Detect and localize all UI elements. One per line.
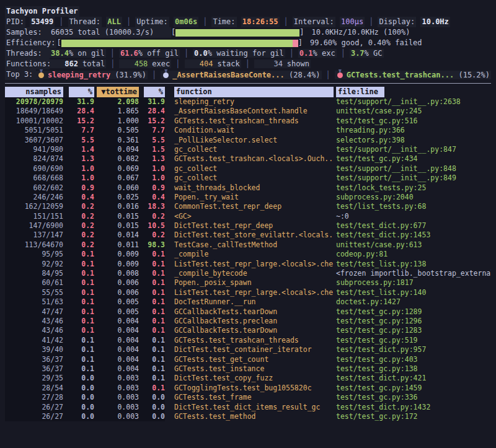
cell-pct-direct: 0.0 [63, 412, 94, 421]
cell-pct-cum: 0.1 [139, 250, 165, 259]
cell-nsamples: 55/55 [5, 288, 63, 297]
cell-file-line: test/test_gc.py:403 [334, 355, 491, 364]
cell-function: TestCase._callTestMethod [165, 240, 334, 250]
table-row[interactable]: 246/2460.40.0250.4Popen._try_waitsubproc… [5, 193, 491, 202]
column-header-tottime-sorted[interactable]: ▼tottime [94, 87, 139, 97]
table-row[interactable]: 824/8741.30.0821.3GCTests.test_trashcan.… [5, 154, 491, 164]
table-row[interactable]: 84/950.10.0080.1_compile_bytecode<frozen… [5, 269, 491, 278]
cell-function: sleeping_retry [165, 97, 334, 107]
table-row[interactable]: 36/370.10.0040.1GCTests.test_get_countte… [5, 355, 491, 364]
thread-stat-value: 3.7 [351, 49, 365, 58]
cell-pct-cum: 10.5 [139, 221, 165, 231]
divider [122, 17, 135, 27]
table-row[interactable]: 18649/1864928.41.86528.4_AssertRaisesBas… [5, 107, 491, 116]
table-row[interactable]: 60/610.10.0060.1Popen._posix_spawnsubpro… [5, 278, 491, 288]
cell-tottime: 0.069 [94, 164, 139, 173]
table-row[interactable]: 690/6901.00.0691.0gc_collecttest/support… [5, 164, 491, 173]
cell-nsamples: 92/92 [5, 260, 63, 269]
table-row[interactable]: 43/460.10.0040.1GCCallbackTests.preclean… [5, 317, 491, 326]
cell-pct-cum: 0.2 [139, 231, 165, 240]
cell-tottime: 0.004 [94, 336, 139, 345]
cell-pct-cum: 28.4 [139, 107, 165, 116]
table-row[interactable]: 20978/2097931.92.09831.9sleeping_retryte… [5, 97, 491, 107]
cell-nsamples: 137/147 [5, 231, 63, 240]
table-row[interactable]: 29/350.00.0030.1DictTest.test_copy_fuzzt… [5, 374, 491, 383]
column-header-pct-direct[interactable]: % [63, 87, 94, 97]
cell-pct-cum: 0.1 [139, 307, 165, 317]
table-row[interactable]: 41/420.10.0040.1GCTests.test_trashcan_th… [5, 336, 491, 345]
column-header-function[interactable]: function [165, 87, 334, 97]
table-row[interactable]: 26/270.00.0030.0DictTest.test_dict_items… [5, 403, 491, 412]
top3-item[interactable]: _AssertRaisesBaseConte... (28.4%) [161, 71, 321, 79]
column-header-nsamples[interactable]: nsamples [5, 87, 63, 97]
cell-pct-direct: 0.1 [63, 336, 94, 345]
cell-file-line: unittest/case.py:613 [334, 240, 491, 250]
cell-pct-direct: 0.1 [63, 250, 94, 259]
cell-pct-cum: 0.0 [139, 403, 165, 412]
cell-tottime: 0.005 [94, 307, 139, 317]
table-row[interactable]: 39/400.10.0040.1DictTest.test_container_… [5, 345, 491, 354]
cell-pct-cum: 1.3 [139, 154, 165, 164]
cell-pct-direct: 0.1 [63, 326, 94, 335]
cell-pct-cum: 0.0 [139, 412, 165, 421]
cell-file-line: test/test_gc.py:138 [334, 364, 491, 374]
top3-item[interactable]: GCTests.test_trashcan... (15.2%) [335, 71, 491, 79]
table-row[interactable]: 3607/36075.50.3615.5_PollLikeSelector.se… [5, 136, 491, 145]
top3-item[interactable]: sleeping_retry (31.9%) [36, 71, 148, 79]
cell-file-line: test/test_list.py:140 [334, 288, 491, 297]
display-label: Display: [378, 17, 416, 27]
thread-value[interactable]: ALL [106, 17, 122, 27]
cell-nsamples: 113/64670 [5, 240, 63, 250]
column-header-file-line[interactable]: file:line [334, 87, 491, 97]
cell-function: GCCallbackTests.preclean [165, 317, 334, 326]
table-row[interactable]: 27/280.00.0030.0GCTests.test_frametest/t… [5, 393, 491, 402]
cell-tottime: 0.004 [94, 317, 139, 326]
cell-pct-cum: 0.1 [139, 288, 165, 297]
cell-pct-direct: 0.0 [63, 384, 94, 393]
table-row[interactable]: 43/460.10.0040.1GCCallbackTests.tearDown… [5, 326, 491, 335]
table-row[interactable]: 602/6020.90.0600.9wait_threads_blockedte… [5, 183, 491, 193]
table-row[interactable]: 92/920.10.0090.1ListTest.test_repr_large… [5, 260, 491, 269]
cell-file-line: test/test_list.py:138 [334, 260, 491, 269]
table-row[interactable]: 26/270.00.0030.0GCTests.test_methodtest/… [5, 412, 491, 421]
table-row[interactable]: 10001/1000215.21.00015.2GCTests.test_tra… [5, 116, 491, 126]
thread-stat-unit: % off gil [138, 49, 179, 58]
column-header-pct-cum[interactable]: % [139, 87, 165, 97]
divider [280, 17, 293, 27]
divider [241, 59, 254, 68]
table-row[interactable]: 51/630.10.0050.1DocTestRunner.__rundocte… [5, 297, 491, 307]
header-separator [5, 83, 491, 84]
cell-pct-cum: 1.0 [139, 164, 165, 173]
cell-pct-cum: 0.9 [139, 183, 165, 193]
table-row[interactable]: 941/9801.40.0941.5gc_collecttest/support… [5, 145, 491, 154]
table-row[interactable]: 47/470.10.0050.1GCCallbackTests.tearDown… [5, 307, 491, 317]
table-row[interactable]: 28/540.00.0030.1GCTogglingTests.test_bug… [5, 384, 491, 393]
table-row[interactable]: 137/1470.20.0140.2DictTest.test_store_ev… [5, 231, 491, 240]
table-row[interactable]: 36/370.10.0040.1GCTests.test_instancetes… [5, 364, 491, 374]
cell-pct-cum: 0.1 [139, 326, 165, 335]
table-row[interactable]: 95/950.10.0090.1_compilecodeop.py:81 [5, 250, 491, 259]
function-stat: 404stack [185, 59, 241, 68]
cell-pct-direct: 31.9 [63, 97, 94, 107]
cell-function: GCTests.test_instance [165, 364, 334, 374]
cell-tottime: 0.015 [94, 221, 139, 231]
table-row[interactable]: 55/550.10.0060.1ListTest.test_repr_large… [5, 288, 491, 297]
cell-file-line: subprocess.py:1817 [334, 278, 491, 288]
threads-line: Threads: 38.4% on gil61.6% off gil0.0% w… [5, 48, 491, 59]
table-row[interactable]: 668/6681.00.0671.0gc_collecttest/support… [5, 173, 491, 183]
table-row[interactable]: 113/646700.20.01198.3TestCase._callTestM… [5, 240, 491, 250]
divider [365, 17, 378, 27]
cell-tottime: 0.006 [94, 278, 139, 288]
functions-line: Functions: 862total458exec404stack34show… [5, 59, 491, 69]
cell-function: GCTests.test_method [165, 412, 334, 421]
cell-nsamples: 43/46 [5, 326, 63, 335]
table-row[interactable]: 151/1510.20.0150.2<GC>~:0 [5, 212, 491, 221]
table-row[interactable]: 162/120590.20.01618.3CommonTest.test_rep… [5, 202, 491, 211]
table-row[interactable]: 5051/50517.70.5057.7Condition.waitthread… [5, 126, 491, 135]
table-row[interactable]: 147/69000.20.01510.5DictTest.test_repr_d… [5, 221, 491, 231]
cell-nsamples: 690/690 [5, 164, 63, 173]
cell-tottime: 0.016 [94, 202, 139, 211]
top3-percentage: (28.4%) [285, 71, 321, 79]
cell-pct-direct: 0.1 [63, 355, 94, 364]
function-stat-unit: shown [287, 59, 309, 68]
